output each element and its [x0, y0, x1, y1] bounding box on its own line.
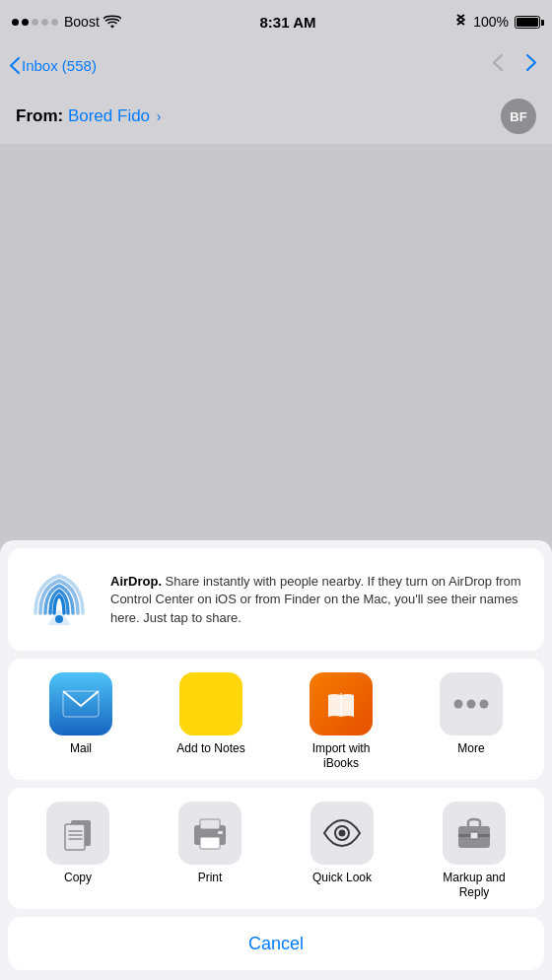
svg-rect-13 — [200, 837, 220, 849]
signal-strength — [12, 19, 58, 26]
svg-rect-19 — [470, 832, 478, 839]
copy-icon — [46, 802, 109, 865]
svg-point-5 — [480, 700, 489, 709]
battery-percentage: 100% — [473, 14, 509, 30]
svg-rect-12 — [200, 819, 220, 829]
action-row-section: Copy — [8, 788, 544, 909]
from-field: From: Bored Fido › — [16, 106, 161, 126]
bluetooth-icon — [454, 12, 467, 32]
airdrop-body: Share instantly with people nearby. If t… — [110, 574, 521, 624]
battery-icon — [515, 16, 540, 29]
email-header: From: Bored Fido › BF — [0, 87, 552, 144]
signal-dot-1 — [12, 19, 19, 26]
wifi-icon — [104, 15, 121, 29]
print-label: Print — [198, 871, 223, 884]
airdrop-icon — [24, 564, 95, 635]
svg-rect-7 — [65, 824, 85, 850]
signal-dot-4 — [41, 19, 48, 26]
signal-dot-2 — [22, 19, 29, 26]
share-mail-button[interactable]: Mail — [41, 672, 120, 755]
action-row: Copy — [8, 802, 544, 899]
quick-look-button[interactable]: Quick Look — [303, 802, 381, 884]
markup-reply-button[interactable]: Markup and Reply — [435, 802, 514, 899]
svg-point-3 — [454, 700, 463, 709]
prev-arrow[interactable] — [487, 52, 509, 78]
back-label: Inbox (558) — [22, 57, 97, 74]
cancel-label: Cancel — [248, 934, 304, 954]
next-arrow[interactable] — [520, 52, 542, 78]
signal-dot-3 — [32, 19, 38, 26]
svg-rect-14 — [218, 831, 223, 834]
mail-icon — [49, 672, 112, 735]
ibooks-label: Import with iBooks — [302, 741, 380, 770]
battery-fill — [517, 18, 538, 27]
print-icon — [178, 802, 242, 865]
markup-reply-label: Markup and Reply — [435, 871, 514, 899]
time-display: 8:31 AM — [260, 14, 316, 31]
status-bar: Boost 8:31 AM 100% — [0, 0, 552, 43]
ibooks-icon — [310, 672, 373, 735]
share-ibooks-button[interactable]: Import with iBooks — [302, 672, 380, 770]
share-sheet: AirDrop. Share instantly with people nea… — [0, 540, 552, 980]
share-notes-button[interactable]: Add to Notes — [172, 672, 250, 755]
sender-chevron-icon: › — [157, 108, 162, 124]
svg-point-16 — [339, 830, 346, 837]
carrier-label: Boost — [64, 14, 100, 30]
sender-name[interactable]: Bored Fido — [68, 106, 150, 125]
airdrop-section: AirDrop. Share instantly with people nea… — [8, 548, 544, 651]
signal-dot-5 — [51, 19, 58, 26]
nav-bar: Inbox (558) — [0, 43, 552, 87]
more-icon — [440, 672, 503, 735]
copy-label: Copy — [64, 871, 92, 884]
airdrop-description: AirDrop. Share instantly with people nea… — [110, 573, 528, 627]
markup-reply-icon — [443, 802, 506, 865]
airdrop-title: AirDrop. — [110, 574, 162, 589]
svg-point-4 — [467, 700, 476, 709]
back-button[interactable]: Inbox (558) — [10, 57, 97, 74]
mail-label: Mail — [70, 741, 92, 755]
from-label-text: From: — [16, 106, 63, 125]
more-label: More — [457, 741, 484, 755]
nav-arrows — [487, 52, 542, 78]
print-button[interactable]: Print — [171, 802, 249, 884]
share-more-button[interactable]: More — [432, 672, 511, 755]
copy-button[interactable]: Copy — [38, 802, 117, 884]
avatar: BF — [501, 99, 536, 134]
cancel-button[interactable]: Cancel — [8, 917, 544, 970]
app-row-section: Mail Add to Notes — [8, 659, 544, 780]
app-row: Mail Add to Notes — [8, 672, 544, 770]
quick-look-label: Quick Look — [312, 871, 372, 884]
quick-look-icon — [310, 802, 374, 865]
notes-label: Add to Notes — [176, 741, 244, 755]
share-card: AirDrop. Share instantly with people nea… — [0, 540, 552, 980]
notes-icon — [179, 672, 242, 735]
status-left: Boost — [12, 14, 121, 30]
status-right: 100% — [454, 12, 540, 32]
